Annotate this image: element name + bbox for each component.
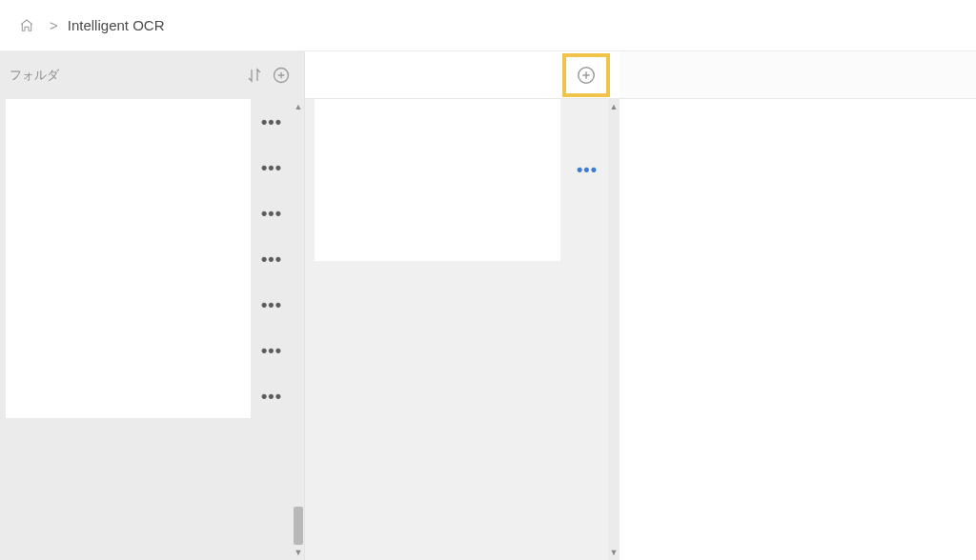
scroll-down-icon[interactable]: ▼: [608, 547, 620, 558]
add-document-button[interactable]: [562, 53, 610, 97]
ellipsis-icon[interactable]: •••: [251, 99, 293, 145]
folders-header: フォルダ: [0, 51, 304, 99]
ellipsis-icon[interactable]: •••: [251, 145, 293, 190]
folders-scrollbar[interactable]: ▲ ▼: [293, 99, 304, 560]
scroll-up-icon[interactable]: ▲: [608, 101, 620, 112]
breadcrumb: > Intelligent OCR: [0, 0, 976, 51]
ellipsis-icon[interactable]: •••: [251, 236, 293, 282]
document-item[interactable]: [315, 99, 560, 261]
scroll-down-icon[interactable]: ▼: [293, 547, 304, 558]
ellipsis-icon[interactable]: •••: [251, 373, 293, 419]
documents-pane: ••• ▲ ▼: [305, 51, 620, 560]
documents-list: ••• ▲ ▼: [305, 99, 620, 560]
documents-scrollbar[interactable]: ▲ ▼: [608, 99, 620, 560]
workspace: フォルダ ••• ••• ••• ••• ••• ••• •••: [0, 51, 976, 560]
breadcrumb-separator-icon: >: [50, 17, 58, 33]
folder-item[interactable]: [6, 99, 251, 418]
document-actions-col: •••: [566, 99, 608, 560]
content-header: [620, 51, 976, 99]
documents-header: [305, 51, 620, 99]
folders-pane: フォルダ ••• ••• ••• ••• ••• ••• •••: [0, 51, 305, 560]
folders-title: フォルダ: [10, 67, 241, 84]
breadcrumb-title[interactable]: Intelligent OCR: [68, 17, 165, 33]
folders-list: ••• ••• ••• ••• ••• ••• ••• ▲ ▼: [0, 99, 304, 560]
home-icon[interactable]: [13, 12, 40, 39]
sort-icon[interactable]: [241, 62, 268, 89]
ellipsis-icon[interactable]: •••: [251, 328, 293, 373]
add-folder-icon[interactable]: [268, 62, 295, 89]
content-pane: [620, 51, 976, 560]
scroll-up-icon[interactable]: ▲: [293, 101, 304, 112]
scroll-thumb[interactable]: [294, 507, 303, 545]
folder-actions-col: ••• ••• ••• ••• ••• ••• •••: [251, 99, 293, 560]
ellipsis-icon[interactable]: •••: [251, 190, 293, 236]
ellipsis-icon[interactable]: •••: [251, 282, 293, 328]
documents-search-input[interactable]: [315, 59, 429, 91]
ellipsis-icon[interactable]: •••: [566, 147, 608, 192]
